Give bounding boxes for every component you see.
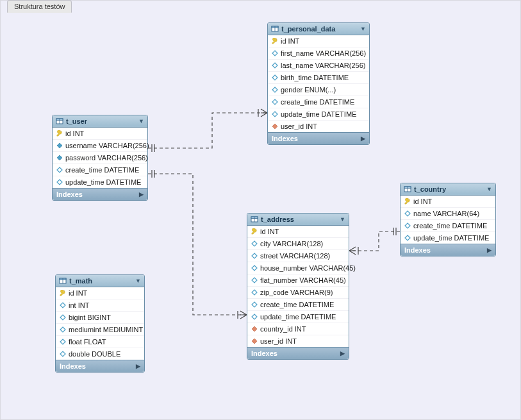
expand-arrow-icon[interactable]: ▶ — [487, 247, 492, 253]
column-row[interactable]: country_id INT — [247, 323, 349, 335]
diagram-tab[interactable]: Struktura testów — [7, 0, 72, 13]
column-text: create_time DATETIME — [281, 98, 354, 106]
table-icon — [59, 277, 67, 285]
pk-key-icon — [56, 130, 63, 137]
collapse-icon[interactable]: ▼ — [360, 26, 366, 32]
column-row[interactable]: gender ENUM(...) — [268, 84, 369, 96]
column-text: update_time DATETIME — [65, 178, 141, 186]
column-text: username VARCHAR(256) — [65, 142, 149, 149]
column-row[interactable]: flat_number VARCHAR(45) — [247, 274, 349, 287]
column-row[interactable]: create_time DATETIME — [268, 96, 369, 108]
column-row[interactable]: double DOUBLE — [56, 348, 144, 360]
entity-title: t_country — [414, 185, 484, 193]
entity-header[interactable]: t_country▼ — [401, 183, 495, 196]
column-row[interactable]: id INT — [247, 226, 349, 238]
column-row[interactable]: birth_time DATETIME — [268, 72, 369, 84]
column-row[interactable]: float FLOAT — [56, 336, 144, 348]
indexes-label: Indexes — [272, 135, 361, 142]
column-row[interactable]: create_time DATETIME — [53, 164, 147, 176]
column-text: birth_time DATETIME — [281, 74, 349, 81]
column-text: user_id INT — [260, 337, 297, 345]
column-text: user_id INT — [281, 122, 317, 130]
fk-diamond-icon — [251, 338, 258, 344]
collapse-icon[interactable]: ▼ — [486, 186, 492, 192]
indexes-section[interactable]: Indexes▶ — [53, 188, 147, 200]
column-diamond-icon — [60, 351, 66, 357]
expand-arrow-icon[interactable]: ▶ — [136, 363, 140, 369]
entity-columns: id INTname VARCHAR(64)create_time DATETI… — [401, 196, 495, 244]
column-diamond-icon — [251, 314, 258, 320]
indexes-section[interactable]: Indexes▶ — [247, 347, 349, 359]
column-diamond-icon — [60, 339, 66, 345]
entity-t_address[interactable]: t_address▼id INTcity VARCHAR(128)street … — [247, 213, 349, 360]
column-text: city VARCHAR(128) — [260, 240, 323, 248]
column-row[interactable]: username VARCHAR(256) — [53, 140, 147, 152]
column-row[interactable]: id INT — [268, 35, 369, 47]
expand-arrow-icon[interactable]: ▶ — [361, 135, 365, 142]
entity-columns: id INTcity VARCHAR(128)street VARCHAR(12… — [247, 226, 349, 347]
column-row[interactable]: house_number VARCHAR(45) — [247, 262, 349, 274]
expand-arrow-icon[interactable]: ▶ — [340, 350, 345, 357]
column-row[interactable]: id INT — [53, 128, 147, 140]
entity-header[interactable]: t_user▼ — [53, 115, 147, 128]
column-row[interactable]: mediumint MEDIUMINT — [56, 324, 144, 336]
column-row[interactable]: zip_code VARCHAR(9) — [247, 287, 349, 299]
pk-key-icon — [272, 38, 278, 44]
column-row[interactable]: create_time DATETIME — [401, 220, 495, 232]
entity-columns: id INTint INTbigint BIGINTmediumint MEDI… — [56, 287, 144, 360]
column-text: create_time DATETIME — [413, 222, 487, 230]
indexes-label: Indexes — [56, 190, 139, 198]
entity-header[interactable]: t_address▼ — [247, 214, 349, 226]
entity-t_personal_data[interactable]: t_personal_data▼id INTfirst_name VARCHAR… — [267, 22, 370, 145]
collapse-icon[interactable]: ▼ — [135, 278, 141, 284]
entity-t_country[interactable]: t_country▼id INTname VARCHAR(64)create_t… — [400, 183, 496, 256]
column-row[interactable]: update_time DATETIME — [53, 176, 147, 188]
column-row[interactable]: last_name VARCHAR(256) — [268, 60, 369, 72]
column-row[interactable]: user_id INT — [268, 121, 369, 132]
collapse-icon[interactable]: ▼ — [340, 216, 345, 223]
column-text: int INT — [69, 301, 89, 309]
entity-header[interactable]: t_personal_data▼ — [268, 23, 369, 35]
column-row[interactable]: user_id INT — [247, 335, 349, 347]
column-diamond-icon — [56, 142, 63, 149]
column-text: update_time DATETIME — [260, 313, 336, 321]
indexes-label: Indexes — [60, 362, 136, 370]
column-diamond-icon — [251, 277, 258, 283]
indexes-section[interactable]: Indexes▶ — [56, 360, 144, 372]
column-row[interactable]: int INT — [56, 299, 144, 312]
entity-title: t_user — [66, 117, 136, 125]
entity-t_user[interactable]: t_user▼id INTusername VARCHAR(256)passwo… — [52, 115, 148, 201]
column-row[interactable]: bigint BIGINT — [56, 312, 144, 324]
column-diamond-icon — [404, 223, 411, 229]
column-row[interactable]: city VARCHAR(128) — [247, 238, 349, 250]
column-row[interactable]: id INT — [401, 196, 495, 208]
column-row[interactable]: password VARCHAR(256) — [53, 152, 147, 164]
diagram-tab-label: Struktura testów — [14, 3, 65, 10]
column-row[interactable]: update_time DATETIME — [268, 108, 369, 121]
column-row[interactable]: street VARCHAR(128) — [247, 250, 349, 262]
column-row[interactable]: name VARCHAR(64) — [401, 208, 495, 220]
column-text: country_id INT — [260, 325, 306, 333]
indexes-section[interactable]: Indexes▶ — [401, 244, 495, 256]
column-diamond-icon — [272, 99, 278, 105]
column-diamond-icon — [272, 87, 278, 93]
column-text: zip_code VARCHAR(9) — [260, 289, 333, 296]
collapse-icon[interactable]: ▼ — [138, 118, 144, 124]
column-text: create_time DATETIME — [260, 301, 334, 308]
indexes-label: Indexes — [251, 349, 340, 357]
column-diamond-icon — [251, 240, 258, 247]
column-row[interactable]: update_time DATETIME — [247, 311, 349, 323]
column-row[interactable]: update_time DATETIME — [401, 232, 495, 244]
column-row[interactable]: create_time DATETIME — [247, 299, 349, 311]
column-row[interactable]: id INT — [56, 287, 144, 299]
column-row[interactable]: first_name VARCHAR(256) — [268, 47, 369, 60]
entity-t_math[interactable]: t_math▼id INTint INTbigint BIGINTmediumi… — [55, 274, 145, 373]
column-diamond-icon — [56, 179, 63, 185]
expand-arrow-icon[interactable]: ▶ — [139, 191, 144, 197]
diagram-canvas[interactable]: Struktura testów — [0, 0, 521, 420]
entity-header[interactable]: t_math▼ — [56, 275, 144, 287]
column-text: password VARCHAR(256) — [65, 154, 148, 162]
column-diamond-icon — [60, 326, 66, 333]
indexes-section[interactable]: Indexes▶ — [268, 132, 369, 144]
column-text: street VARCHAR(128) — [260, 252, 330, 260]
